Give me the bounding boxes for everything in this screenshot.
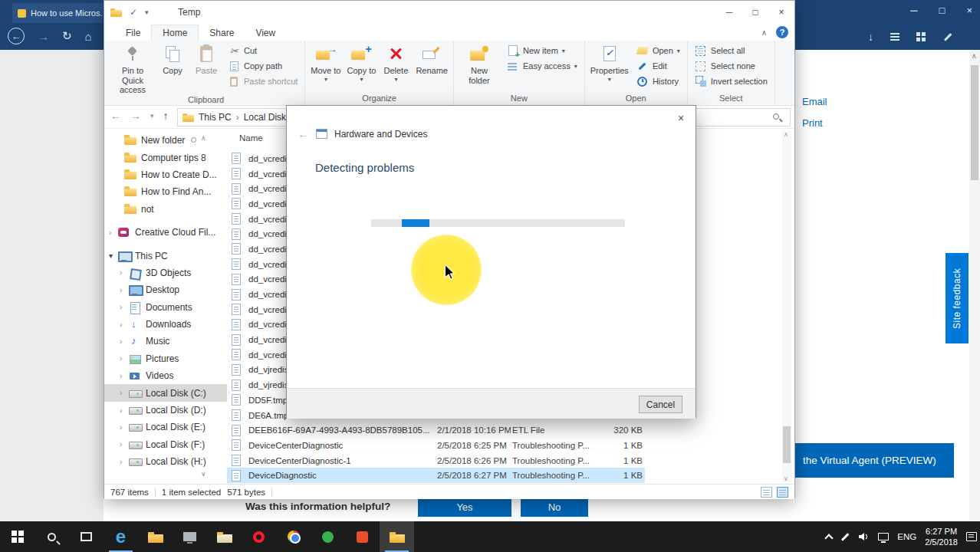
breadcrumb-local-disk[interactable]: Local Disk <box>244 112 286 123</box>
sidebar-item[interactable]: Creative Cloud Fil... <box>104 224 227 241</box>
dialog-close-icon[interactable] <box>673 110 689 126</box>
column-header-name[interactable]: Name <box>239 133 263 143</box>
site-feedback-tab[interactable]: Site feedback <box>945 253 968 343</box>
browser-restore-icon[interactable] <box>939 5 945 16</box>
properties-check-icon[interactable] <box>130 7 137 18</box>
back-icon[interactable] <box>110 110 121 122</box>
select-none-button[interactable]: Select none <box>690 58 772 74</box>
paste-button[interactable]: Paste <box>189 41 223 76</box>
expander-icon[interactable] <box>109 228 117 237</box>
downloads-icon[interactable] <box>868 31 873 43</box>
tab-view[interactable]: View <box>245 25 286 41</box>
sidebar-item[interactable]: Pictures <box>104 350 227 367</box>
taskbar-explorer-button[interactable] <box>138 521 173 552</box>
taskbar-orange-app-button[interactable] <box>345 521 380 552</box>
open-button[interactable]: Open <box>632 43 685 58</box>
taskbar-active-explorer-button[interactable] <box>380 521 414 552</box>
properties-button[interactable]: Properties <box>587 41 632 83</box>
sidebar-item[interactable]: Computer tips 8 <box>104 149 227 166</box>
sidebar-item[interactable]: not <box>104 201 227 218</box>
taskbar-chrome-button[interactable] <box>276 521 311 552</box>
expander-icon[interactable] <box>120 286 128 294</box>
yes-button[interactable]: Yes <box>418 497 511 517</box>
tab-share[interactable]: Share <box>199 25 245 41</box>
copy-path-button[interactable]: Copy path <box>223 58 302 74</box>
virtual-agent-banner[interactable]: the Virtual Agent (PREVIEW) <box>795 443 954 478</box>
move-to-button[interactable]: Move to <box>307 41 344 83</box>
up-icon[interactable] <box>163 110 169 122</box>
folder-icon[interactable] <box>110 8 122 17</box>
scrollbar-thumb[interactable] <box>783 426 791 463</box>
taskbar-edge-button[interactable] <box>104 521 138 552</box>
sidebar-item[interactable]: Music <box>104 333 227 350</box>
expander-icon[interactable] <box>109 251 117 260</box>
scrollbar-thumb[interactable] <box>971 65 978 180</box>
speaker-icon[interactable] <box>858 532 870 541</box>
taskbar-green-app-button[interactable] <box>311 521 345 552</box>
sidebar-scroll-down-icon[interactable] <box>201 470 206 478</box>
minimize-icon[interactable] <box>716 1 742 24</box>
scroll-up-icon[interactable] <box>972 52 977 60</box>
expander-icon[interactable] <box>120 423 128 432</box>
sidebar-item[interactable]: Local Disk (H:) <box>104 453 227 470</box>
sidebar-item[interactable]: Videos <box>104 367 227 384</box>
qat-chevron-down-icon[interactable] <box>145 8 149 16</box>
no-button[interactable]: No <box>521 497 588 517</box>
expander-icon[interactable] <box>120 389 128 397</box>
rename-button[interactable]: Rename <box>413 41 451 76</box>
sidebar-item[interactable]: This PC <box>104 247 227 264</box>
browser-minimize-icon[interactable] <box>910 5 917 16</box>
cancel-button[interactable]: Cancel <box>639 396 682 413</box>
table-row[interactable]: DeviceCenterDiagnostic 2/5/2018 6:25 PM … <box>227 438 645 453</box>
taskbar-pc-button[interactable] <box>173 521 207 552</box>
hub-icon[interactable] <box>916 32 926 42</box>
table-row[interactable]: DEEB616F-69A7-4993-A493-8DB5789B105... 2… <box>227 422 645 438</box>
sidebar-item[interactable]: Local Disk (F:) <box>104 436 227 453</box>
recent-locations-icon[interactable] <box>150 112 154 120</box>
sidebar-item[interactable]: Downloads <box>104 316 227 333</box>
paste-shortcut-button[interactable]: Paste shortcut <box>223 74 302 89</box>
browser-back-icon[interactable] <box>8 28 25 44</box>
easy-access-button[interactable]: Easy access <box>502 58 582 74</box>
email-link[interactable]: Email <box>802 96 827 107</box>
expander-icon[interactable] <box>120 303 128 311</box>
invert-selection-button[interactable]: Invert selection <box>690 74 772 89</box>
new-item-button[interactable]: New item <box>502 43 582 58</box>
clock[interactable]: 6:27 PM 2/5/2018 <box>925 526 958 548</box>
tray-chevron-up-icon[interactable] <box>825 534 834 542</box>
sidebar-item[interactable]: How to Create D... <box>104 166 227 183</box>
browser-forward-icon[interactable] <box>38 30 49 43</box>
maximize-icon[interactable] <box>742 1 768 24</box>
tab-file[interactable]: File <box>115 25 151 41</box>
browser-tab[interactable]: How to use Micros... <box>12 3 103 23</box>
select-all-button[interactable]: Select all <box>690 43 772 58</box>
expander-icon[interactable] <box>120 354 128 363</box>
forward-icon[interactable] <box>130 110 141 122</box>
delete-button[interactable]: Delete <box>379 41 413 83</box>
scroll-up-icon[interactable] <box>784 131 788 138</box>
sidebar-item[interactable]: New folder <box>104 132 227 149</box>
table-row[interactable]: DeviceDiagnostic 2/5/2018 6:27 PM Troubl… <box>227 468 645 483</box>
breadcrumb-this-pc[interactable]: This PC <box>199 112 232 123</box>
reading-list-icon[interactable] <box>890 33 899 34</box>
taskbar-opera-button[interactable] <box>242 521 276 552</box>
table-row[interactable]: DeviceCenterDiagnostic-1 2/5/2018 6:26 P… <box>227 453 645 468</box>
sidebar-scroll-up-icon[interactable] <box>201 134 206 142</box>
sidebar-item[interactable]: Local Disk (C:) <box>104 384 227 401</box>
pin-to-quick-access-button[interactable]: Pin to Quick access <box>110 41 156 95</box>
network-icon[interactable] <box>878 533 889 540</box>
language-indicator[interactable]: ENG <box>897 532 916 541</box>
expander-icon[interactable] <box>120 458 128 466</box>
start-button[interactable] <box>0 521 35 552</box>
dialog-back-icon[interactable] <box>298 127 309 140</box>
task-view-button[interactable] <box>69 521 104 552</box>
expander-icon[interactable] <box>120 440 128 449</box>
expander-icon[interactable] <box>120 406 128 415</box>
expander-icon[interactable] <box>120 320 128 329</box>
scroll-down-icon[interactable] <box>784 475 788 482</box>
browser-refresh-icon[interactable] <box>62 29 72 43</box>
sidebar-item[interactable]: Documents <box>104 299 227 316</box>
print-link[interactable]: Print <box>802 117 823 129</box>
new-folder-button[interactable]: New folder <box>456 41 502 85</box>
annotate-icon[interactable] <box>944 33 952 41</box>
